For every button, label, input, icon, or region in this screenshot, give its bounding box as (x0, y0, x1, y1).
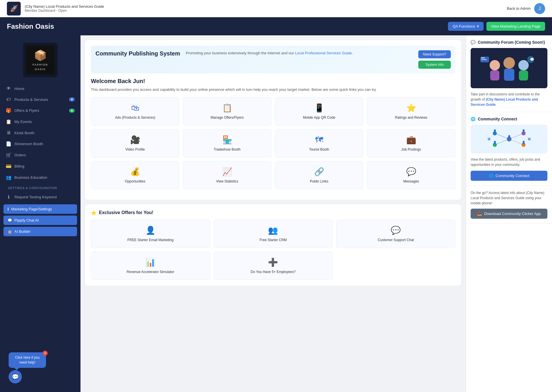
user-avatar[interactable]: J (534, 3, 545, 14)
quick-item-video[interactable]: 🎥 Video Profile (91, 129, 179, 157)
download-label: Download Community Clicker App (484, 212, 541, 216)
support-chat-label: Customer Support Chat (378, 238, 414, 242)
crm-icon: 👥 (268, 226, 278, 235)
tourist-label: Tourist Booth (309, 147, 329, 151)
svg-text:👤: 👤 (522, 129, 526, 133)
back-to-admin-button[interactable]: Back to Admin (507, 6, 531, 11)
quick-item-jobs[interactable]: 💼 Job Postings (367, 129, 455, 157)
svg-line-21 (509, 133, 524, 139)
connect-btn-icon: 🌐 (489, 174, 493, 178)
quick-item-statistics[interactable]: 📈 View Statistics (183, 161, 271, 189)
quick-item-ads[interactable]: 🛍 Ads (Products & Services) (91, 97, 179, 126)
sidebar-item-events[interactable]: 📋 My Events (2, 116, 78, 127)
crm-label: Free Starter CRM (260, 238, 287, 242)
offer-item-crm[interactable]: 👥 Free Starter CRM (214, 220, 333, 248)
svg-rect-6 (519, 70, 528, 80)
sidebar-item-home[interactable]: 👁 Home (2, 83, 78, 94)
sidebar-logo-area: 📦 FASHION OASIS (0, 40, 80, 83)
sidebar-item-showroom[interactable]: 📄 Showroom Booth (2, 138, 78, 149)
community-connect-section: 🌐 Community Connect (466, 112, 552, 186)
jobs-label: Job Postings (401, 147, 421, 151)
jobs-icon: 💼 (406, 135, 416, 145)
statistics-icon: 📈 (222, 167, 232, 176)
offer-item-employees[interactable]: ➕ Do You Have 5+ Employees? (214, 251, 333, 280)
topbar-left: 🚀 (City Name) Local Products and Service… (7, 2, 104, 16)
exclusive-offers-card: ⭐ Exclusive Offers for You! 👤 FREE Start… (85, 204, 461, 286)
community-connect-title: 🌐 Community Connect (471, 117, 547, 121)
sidebar: 📦 FASHION OASIS 👁 Home 🏷 Products & Serv… (0, 35, 80, 392)
svg-line-22 (509, 139, 524, 145)
sidebar-item-products[interactable]: 🏷 Products & Services 8 (2, 94, 78, 105)
svg-line-23 (489, 133, 495, 139)
quick-item-public-links[interactable]: 🔗 Public Links (275, 161, 363, 189)
view-marketing-button[interactable]: View Marketing Landing Page (486, 22, 545, 31)
cp-description: Promoting your business extensively thro… (186, 50, 413, 56)
chat-bubble-container: ✕ Click here if you need help! 💬 (9, 352, 46, 383)
need-support-button[interactable]: Need Support? (418, 50, 451, 58)
manage-offers-icon: 📋 (222, 103, 232, 113)
email-marketing-label: FREE Starter Email Marketing (127, 238, 174, 242)
welcome-heading: Welcome Back Jun! (91, 78, 455, 84)
download-app-button[interactable]: 📥 Download Community Clicker App (471, 209, 547, 219)
sidebar-label-orders: Orders (14, 153, 75, 157)
forum-svg: 💬 (478, 51, 541, 85)
offer-item-revenue[interactable]: 📊 Revenue Accelerator Simulator (91, 251, 210, 280)
sidebar-item-texting[interactable]: ℹ Request Texting Keyword (2, 191, 78, 203)
sidebar-item-education[interactable]: 👥 Business Education (2, 172, 78, 183)
quick-item-offers[interactable]: 📋 Manage Offers/Flyers (183, 97, 271, 126)
qr-label: Mobile App QR Code (303, 116, 336, 120)
messages-icon: 💬 (406, 167, 416, 176)
sidebar-item-kiosk[interactable]: 🖥 Kiosk Booth (2, 127, 78, 138)
billing-icon: 💳 (6, 164, 12, 169)
sidebar-item-offers[interactable]: 🎁 Offers & Flyers 6 (2, 105, 78, 116)
sidebar-label-offers: Offers & Flyers (14, 108, 66, 113)
robot-icon: 🤖 (7, 229, 12, 234)
settings-section-label: SETTINGS & CONFIGURATION (2, 183, 78, 191)
pippily-chat-button[interactable]: 💬 Pippily Chat AI (3, 216, 77, 225)
cp-link[interactable]: Local Professional Services Guide. (295, 51, 353, 55)
sidebar-label-texting: Request Texting Keyword (14, 195, 75, 199)
cp-title: Community Publishing System (95, 50, 180, 57)
connect-svg: 👤 👤 👤 👤 👤 (480, 126, 538, 152)
quick-item-ratings[interactable]: ⭐ Ratings and Reviews (367, 97, 455, 126)
right-panel: 💬 Community Forum (Coming Soon!) (466, 35, 552, 392)
tradeshow-icon: 🏪 (222, 135, 232, 145)
tourist-icon: 🗺 (315, 135, 323, 145)
offer-item-email[interactable]: 👤 FREE Starter Email Marketing (91, 220, 210, 248)
qa-functions-button[interactable]: QA Functions ▾ (448, 22, 483, 31)
quick-item-messages[interactable]: 💬 Messages (367, 161, 455, 189)
quick-item-opportunities[interactable]: 💰 Opportunities (91, 161, 179, 189)
events-icon: 📋 (6, 119, 12, 124)
sidebar-item-billing[interactable]: 💳 Billing (2, 161, 78, 172)
sidebar-label-home: Home (14, 87, 75, 91)
ai-builder-button[interactable]: 🤖 AI Builder (3, 227, 77, 236)
connect-illustration: 👤 👤 👤 👤 👤 (471, 125, 547, 153)
qr-icon: 📱 (314, 103, 324, 113)
community-connect-button[interactable]: 🌐 Community Connect (471, 171, 547, 181)
education-icon: 👥 (6, 175, 12, 180)
offers-grid: 👤 FREE Starter Email Marketing 👥 Free St… (91, 220, 455, 280)
video-label: Video Profile (125, 147, 145, 151)
quick-item-tradeshow[interactable]: 🏪 Tradeshow Booth (183, 129, 271, 157)
quick-item-qrcode[interactable]: 📱 Mobile App QR Code (275, 97, 363, 126)
marketing-settings-label: Marketing Page/Settings (11, 207, 52, 211)
topbar-right: Back to Admin J (507, 3, 545, 14)
quick-item-tourist[interactable]: 🗺 Tourist Booth (275, 129, 363, 157)
mobile-download-section: On the go? Access latest info about (Cit… (466, 186, 552, 224)
app-logo: 🚀 (7, 2, 21, 16)
orders-icon: 🛒 (6, 152, 12, 158)
sidebar-item-orders[interactable]: 🛒 Orders (2, 149, 78, 161)
system-info-button[interactable]: System Info (418, 61, 451, 69)
kiosk-icon: 🖥 (6, 130, 12, 135)
svg-line-24 (524, 133, 529, 139)
topbar-app-title: (City Name) Local Products and Services … (25, 4, 104, 9)
svg-line-19 (495, 133, 509, 139)
offer-item-chat[interactable]: 💬 Customer Support Chat (336, 220, 455, 248)
download-icon: 📥 (477, 212, 482, 216)
marketing-settings-button[interactable]: ℹ Marketing Page/Settings (3, 204, 77, 214)
forum-description: Take part in discussions and contribute … (471, 92, 547, 107)
sidebar-label-billing: Billing (14, 164, 75, 168)
offers-badge: 6 (69, 109, 75, 113)
page-header: Fashion Oasis QA Functions ▾ View Market… (0, 17, 552, 35)
chat-open-button[interactable]: 💬 (9, 370, 22, 383)
